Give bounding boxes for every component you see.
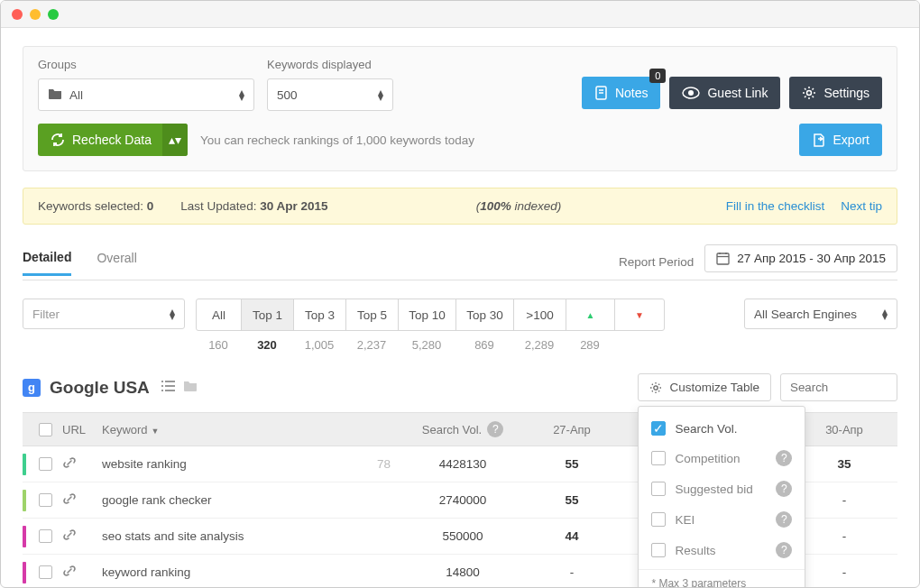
row-marker bbox=[23, 562, 26, 583]
recheck-data-button[interactable]: Recheck Data ▴▾ bbox=[38, 124, 188, 156]
date2-header[interactable]: 30-Апр bbox=[798, 423, 890, 436]
keyword-count: 78 bbox=[354, 457, 400, 471]
list-view-icon[interactable] bbox=[161, 380, 176, 395]
groups-select[interactable]: All ▴▾ bbox=[38, 78, 254, 111]
date2-cell: - bbox=[798, 529, 890, 543]
svg-point-4 bbox=[688, 90, 694, 96]
keyword-header[interactable]: Keyword▼ bbox=[102, 423, 354, 436]
customize-option-suggestedbid[interactable]: Suggested bid? bbox=[639, 473, 805, 504]
customize-option-kei[interactable]: KEI? bbox=[639, 504, 805, 535]
svg-rect-6 bbox=[717, 253, 729, 264]
row-marker bbox=[23, 526, 26, 547]
date2-cell: - bbox=[798, 493, 890, 507]
rank-filter-top5[interactable]: Top 5 bbox=[346, 299, 399, 330]
close-icon[interactable] bbox=[12, 9, 23, 20]
rank-count: 160 bbox=[196, 331, 241, 352]
rank-count: 289 bbox=[566, 331, 614, 352]
keyword-cell: website ranking bbox=[102, 457, 354, 471]
fill-checklist-link[interactable]: Fill in the checklist bbox=[726, 199, 825, 213]
maximize-icon[interactable] bbox=[48, 9, 59, 20]
search-input[interactable] bbox=[780, 373, 897, 401]
rank-filter-top3[interactable]: Top 3 bbox=[294, 299, 346, 330]
keyword-cell: keyword ranking bbox=[102, 565, 354, 579]
checkbox-icon bbox=[651, 451, 666, 465]
date1-cell: 55 bbox=[526, 457, 618, 471]
filter-select[interactable]: Filter ▴▾ bbox=[23, 299, 185, 329]
folder-view-icon[interactable] bbox=[183, 380, 198, 395]
tab-overall[interactable]: Overall bbox=[97, 251, 136, 274]
top-panel: Groups All ▴▾ Keywords displayed 500 ▴▾ bbox=[23, 46, 897, 171]
search-vol-cell: 14800 bbox=[400, 565, 526, 579]
search-engines-select[interactable]: All Search Engines ▴▾ bbox=[744, 299, 897, 329]
rank-filter-segment: AllTop 1Top 3Top 5Top 10Top 30>100▲▼ bbox=[196, 299, 665, 331]
report-period-label: Report Period bbox=[619, 255, 694, 269]
checkbox-icon bbox=[651, 512, 666, 527]
help-icon[interactable]: ? bbox=[776, 481, 792, 497]
export-button[interactable]: Export bbox=[799, 124, 882, 156]
tab-detailed[interactable]: Detailed bbox=[23, 250, 71, 276]
view-tabs: Detailed Overall Report Period 27 Апр 20… bbox=[23, 244, 897, 280]
select-all-checkbox[interactable] bbox=[39, 423, 52, 436]
date1-header[interactable]: 27-Апр bbox=[526, 423, 618, 436]
link-icon[interactable] bbox=[62, 459, 77, 473]
row-checkbox[interactable] bbox=[39, 529, 52, 543]
row-checkbox[interactable] bbox=[39, 493, 52, 507]
customize-option-searchvol[interactable]: ✓Search Vol. bbox=[639, 414, 805, 443]
folder-icon bbox=[48, 87, 62, 103]
date1-cell: - bbox=[526, 565, 618, 579]
rank-filter-all[interactable]: All bbox=[197, 299, 242, 330]
customize-option-competition[interactable]: Competition? bbox=[639, 443, 805, 473]
calendar-icon bbox=[716, 252, 730, 265]
search-vol-header[interactable]: Search Vol.? bbox=[400, 421, 526, 437]
keywords-displayed-value: 500 bbox=[277, 88, 298, 102]
rank-filter-100[interactable]: >100 bbox=[514, 299, 566, 330]
rank-filter-down[interactable]: ▼ bbox=[615, 299, 664, 330]
indexed-label: (100% indexed) bbox=[476, 199, 562, 213]
settings-button[interactable]: Settings bbox=[789, 77, 882, 109]
row-marker bbox=[23, 490, 26, 511]
caret-icon: ▴▾ bbox=[882, 308, 888, 319]
gear-icon bbox=[649, 381, 662, 394]
eye-icon bbox=[682, 87, 700, 99]
url-header[interactable]: URL bbox=[62, 423, 102, 436]
date-range-picker[interactable]: 27 Апр 2015 - 30 Апр 2015 bbox=[704, 244, 897, 272]
status-bar: Keywords selected: 0 Last Updated: 30 Ap… bbox=[23, 188, 897, 225]
rank-filter-top30[interactable]: Top 30 bbox=[456, 299, 514, 330]
guest-link-button[interactable]: Guest Link bbox=[669, 77, 780, 109]
link-icon[interactable] bbox=[62, 495, 77, 509]
customize-table-dropdown: ✓Search Vol.Competition?Suggested bid?KE… bbox=[638, 406, 805, 588]
rank-filter-top10[interactable]: Top 10 bbox=[399, 299, 456, 330]
next-tip-link[interactable]: Next tip bbox=[841, 199, 882, 213]
link-icon[interactable] bbox=[62, 567, 77, 581]
rank-count: 320 bbox=[241, 331, 293, 352]
row-checkbox[interactable] bbox=[39, 457, 52, 471]
notes-button[interactable]: Notes bbox=[582, 77, 661, 109]
rank-count: 5,280 bbox=[398, 331, 455, 352]
caret-icon: ▴▾ bbox=[170, 308, 175, 319]
export-icon bbox=[812, 133, 826, 147]
rank-filter-up[interactable]: ▲ bbox=[566, 299, 615, 330]
help-icon[interactable]: ? bbox=[776, 450, 792, 466]
search-vol-cell: 550000 bbox=[400, 529, 526, 543]
rank-count: 2,237 bbox=[345, 331, 398, 352]
recheck-dropdown-toggle[interactable]: ▴▾ bbox=[162, 124, 188, 156]
help-icon[interactable]: ? bbox=[776, 511, 792, 528]
help-icon[interactable]: ? bbox=[776, 542, 792, 558]
help-icon[interactable]: ? bbox=[487, 421, 503, 437]
keywords-selected-label: Keywords selected: 0 bbox=[38, 199, 153, 213]
keywords-displayed-select[interactable]: 500 ▴▾ bbox=[267, 78, 393, 111]
customize-table-button[interactable]: Customize Table bbox=[638, 373, 771, 401]
keyword-cell: seo stats and site analysis bbox=[102, 529, 354, 543]
last-updated-label: Last Updated: 30 Apr 2015 bbox=[180, 199, 327, 213]
customize-option-results[interactable]: Results? bbox=[639, 535, 805, 565]
row-checkbox[interactable] bbox=[39, 565, 52, 579]
date2-cell: 35 bbox=[798, 457, 890, 471]
link-icon[interactable] bbox=[62, 531, 77, 545]
date1-cell: 55 bbox=[526, 493, 618, 507]
minimize-icon[interactable] bbox=[30, 9, 41, 20]
keyword-cell: google rank checker bbox=[102, 493, 354, 507]
caret-icon: ▴▾ bbox=[378, 89, 383, 100]
rank-filter-top1[interactable]: Top 1 bbox=[242, 299, 294, 330]
svg-point-5 bbox=[807, 90, 812, 95]
groups-label: Groups bbox=[38, 58, 267, 71]
